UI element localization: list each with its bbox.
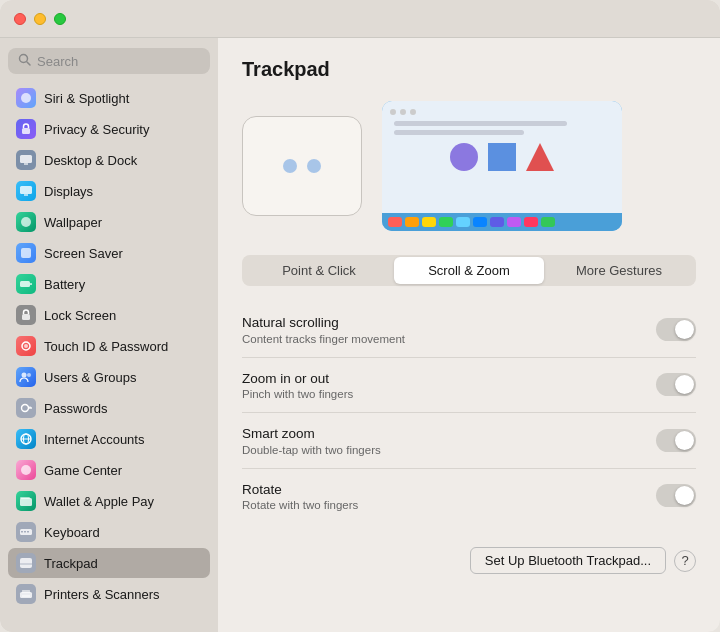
sidebar-item-lockscreen[interactable]: Lock Screen <box>8 300 210 330</box>
search-icon <box>18 53 31 69</box>
sidebar-label-displays: Displays <box>44 184 93 199</box>
toggle-zoom-in-out[interactable] <box>656 373 696 396</box>
search-input[interactable] <box>37 54 200 69</box>
browser-line-1 <box>394 121 567 126</box>
color-swatch-5 <box>456 217 470 227</box>
svg-rect-6 <box>20 186 32 194</box>
touchid-icon <box>16 336 36 356</box>
color-swatch-10 <box>541 217 555 227</box>
titlebar <box>0 0 720 38</box>
browser-dot-3 <box>410 109 416 115</box>
setting-zoom-in-out: Zoom in or out Pinch with two fingers <box>242 358 696 414</box>
svg-rect-25 <box>20 497 30 499</box>
svg-rect-10 <box>20 281 30 287</box>
tab-more-gestures[interactable]: More Gestures <box>544 257 694 284</box>
setting-smart-zoom-label: Smart zoom <box>242 425 381 443</box>
color-swatch-2 <box>405 217 419 227</box>
setting-natural-scrolling: Natural scrolling Content tracks finger … <box>242 302 696 358</box>
siri-icon <box>16 88 36 108</box>
sidebar-label-wallpaper: Wallpaper <box>44 215 102 230</box>
sidebar-item-desktop[interactable]: Desktop & Dock <box>8 145 210 175</box>
setting-smart-zoom: Smart zoom Double-tap with two fingers <box>242 413 696 469</box>
toggle-knob-zoom-in-out <box>675 375 694 394</box>
gesture-preview <box>382 101 622 231</box>
sidebar-item-touchid[interactable]: Touch ID & Password <box>8 331 210 361</box>
color-swatch-1 <box>388 217 402 227</box>
sidebar-label-users: Users & Groups <box>44 370 136 385</box>
sidebar-label-privacy: Privacy & Security <box>44 122 149 137</box>
sidebar-item-wallpaper[interactable]: Wallpaper <box>8 207 210 237</box>
help-button[interactable]: ? <box>674 550 696 572</box>
toggle-knob-natural-scrolling <box>675 320 694 339</box>
svg-line-1 <box>27 62 30 65</box>
browser-line-2 <box>394 130 524 135</box>
privacy-icon <box>16 119 36 139</box>
color-swatch-3 <box>422 217 436 227</box>
settings-list: Natural scrolling Content tracks finger … <box>242 302 696 523</box>
passwords-icon <box>16 398 36 418</box>
minimize-button[interactable] <box>34 13 46 25</box>
printers-icon <box>16 584 36 604</box>
setting-rotate-desc: Rotate with two fingers <box>242 499 358 511</box>
trackpad-icon <box>16 553 36 573</box>
svg-rect-9 <box>21 248 31 258</box>
browser-lines <box>390 121 614 135</box>
sidebar-item-users[interactable]: Users & Groups <box>8 362 210 392</box>
shape-circle <box>450 143 478 171</box>
sidebar-label-keyboard: Keyboard <box>44 525 100 540</box>
sidebar-item-passwords[interactable]: Passwords <box>8 393 210 423</box>
sidebar-item-trackpad[interactable]: Trackpad <box>8 548 210 578</box>
svg-rect-30 <box>20 558 32 568</box>
internet-icon <box>16 429 36 449</box>
wallet-icon <box>16 491 36 511</box>
sidebar-item-siri[interactable]: Siri & Spotlight <box>8 83 210 113</box>
svg-rect-34 <box>22 595 30 597</box>
sidebar-label-touchid: Touch ID & Password <box>44 339 168 354</box>
setting-zoom-in-out-text: Zoom in or out Pinch with two fingers <box>242 370 353 401</box>
browser-preview <box>382 101 622 213</box>
toggle-knob-rotate <box>675 486 694 505</box>
sidebar-item-displays[interactable]: Displays <box>8 176 210 206</box>
sidebar-label-lockscreen: Lock Screen <box>44 308 116 323</box>
setting-zoom-in-out-label: Zoom in or out <box>242 370 353 388</box>
sidebar-item-keyboard[interactable]: Keyboard <box>8 517 210 547</box>
sidebar-item-wallet[interactable]: Wallet & Apple Pay <box>8 486 210 516</box>
setup-bluetooth-button[interactable]: Set Up Bluetooth Trackpad... <box>470 547 666 574</box>
color-swatch-4 <box>439 217 453 227</box>
trackpad-dot-right <box>307 159 321 173</box>
maximize-button[interactable] <box>54 13 66 25</box>
color-swatch-9 <box>524 217 538 227</box>
sidebar-label-gamecenter: Game Center <box>44 463 122 478</box>
setting-natural-scrolling-desc: Content tracks finger movement <box>242 333 405 345</box>
sidebar-item-gamecenter[interactable]: Game Center <box>8 455 210 485</box>
sidebar-item-privacy[interactable]: Privacy & Security <box>8 114 210 144</box>
toggle-natural-scrolling[interactable] <box>656 318 696 341</box>
tab-point-click[interactable]: Point & Click <box>244 257 394 284</box>
color-swatch-7 <box>490 217 504 227</box>
sidebar-item-battery[interactable]: Battery <box>8 269 210 299</box>
sidebar: Siri & Spotlight Privacy & Security Desk… <box>0 38 218 632</box>
browser-shapes <box>390 135 614 175</box>
svg-point-17 <box>22 405 29 412</box>
setting-rotate-text: Rotate Rotate with two fingers <box>242 481 358 512</box>
sidebar-label-internet: Internet Accounts <box>44 432 144 447</box>
sidebar-item-printers[interactable]: Printers & Scanners <box>8 579 210 609</box>
sidebar-item-internet[interactable]: Internet Accounts <box>8 424 210 454</box>
close-button[interactable] <box>14 13 26 25</box>
setting-smart-zoom-text: Smart zoom Double-tap with two fingers <box>242 425 381 456</box>
sidebar-item-screensaver[interactable]: Screen Saver <box>8 238 210 268</box>
svg-rect-5 <box>24 163 28 165</box>
search-box[interactable] <box>8 48 210 74</box>
toggle-smart-zoom[interactable] <box>656 429 696 452</box>
users-icon <box>16 367 36 387</box>
setting-rotate: Rotate Rotate with two fingers <box>242 469 696 524</box>
sidebar-label-passwords: Passwords <box>44 401 108 416</box>
svg-point-23 <box>21 465 31 475</box>
toggle-rotate[interactable] <box>656 484 696 507</box>
lockscreen-icon <box>16 305 36 325</box>
shape-square <box>488 143 516 171</box>
preview-area <box>242 101 696 231</box>
svg-point-2 <box>21 93 31 103</box>
tab-scroll-zoom[interactable]: Scroll & Zoom <box>394 257 544 284</box>
svg-point-16 <box>27 373 31 377</box>
